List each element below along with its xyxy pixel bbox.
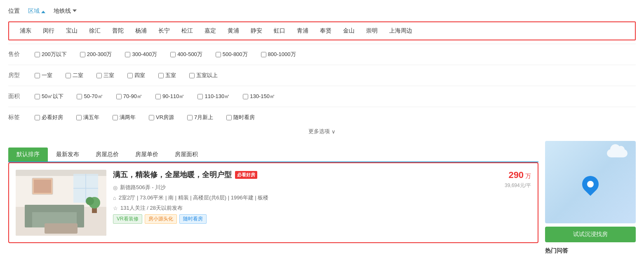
room-opt-1[interactable]: 二室	[59, 71, 90, 80]
tag-opt-3[interactable]: VR房源	[142, 113, 181, 122]
more-options-btn[interactable]: 更多选项 ∨	[8, 124, 636, 138]
district-changning[interactable]: 长宁	[153, 26, 176, 36]
district-baoshan[interactable]: 宝山	[60, 26, 83, 36]
area-opt-3[interactable]: 90-110㎡	[149, 92, 191, 101]
district-jinshan[interactable]: 金山	[337, 26, 360, 36]
tag-vr: VR看装修	[113, 214, 142, 224]
listing-location-row: ◎ 新德路506弄 - 川沙	[113, 184, 475, 191]
area-opt-2[interactable]: 70-90㎡	[110, 92, 149, 101]
district-putuo[interactable]: 普陀	[106, 26, 129, 36]
district-hongkou[interactable]: 虹口	[268, 26, 291, 36]
price-opt-1[interactable]: 200-300万	[73, 50, 119, 59]
district-surrounding[interactable]: 上海周边	[383, 26, 418, 36]
svg-rect-8	[25, 205, 32, 227]
district-jingan[interactable]: 静安	[245, 26, 268, 36]
price-opt-0[interactable]: 200万以下	[28, 50, 73, 59]
area-opt-4[interactable]: 110-130㎡	[191, 92, 236, 101]
star-icon: ☆	[113, 205, 118, 211]
area-options: 50㎡以下 50-70㎡ 70-90㎡ 90-110㎡ 110-130㎡ 130…	[28, 92, 636, 101]
main-layout: 默认排序 最新发布 房屋总价 房屋单价 房屋面积	[8, 141, 636, 255]
district-huangpu[interactable]: 黄浦	[222, 26, 245, 36]
nav-item-position[interactable]: 位置	[8, 7, 20, 15]
price-options: 200万以下 200-300万 300-400万 400-500万 500-80…	[28, 50, 636, 59]
sort-tab-area[interactable]: 房屋面积	[167, 148, 206, 162]
district-chongming[interactable]: 崇明	[360, 26, 383, 36]
room-opt-2[interactable]: 三室	[90, 71, 121, 80]
chevron-down-icon: ∨	[331, 129, 336, 135]
tag-opt-1[interactable]: 满五年	[70, 113, 106, 122]
location-icon: ◎	[113, 185, 118, 191]
listing-details-row: ⌂ 2室2厅 | 73.06平米 | 南 | 精装 | 高楼层(共6层) | 1…	[113, 194, 475, 201]
price-unit: 万	[525, 173, 531, 179]
listing-info: 满五，精装修，全屋地暖，全明户型 必看好房 ◎ 新德路506弄 - 川沙 ⌂ 2…	[113, 170, 475, 236]
price-main: 290	[508, 170, 524, 180]
must-see-badge: 必看好房	[235, 171, 257, 179]
filter-row-rooms: 房型 一室 二室 三室 四室 五室 五室以上	[8, 68, 636, 82]
svg-rect-7	[28, 205, 82, 212]
sort-tab-default[interactable]: 默认排序	[8, 148, 48, 162]
house-icon: ⌂	[113, 195, 116, 201]
tag-opt-2[interactable]: 满两年	[106, 113, 142, 122]
filter-label-rooms: 房型	[8, 72, 28, 79]
district-minhang[interactable]: 闵行	[37, 26, 60, 36]
listing-container: 满五，精装修，全屋地暖，全明户型 必看好房 ◎ 新德路506弄 - 川沙 ⌂ 2…	[8, 162, 538, 243]
district-yangpu[interactable]: 杨浦	[129, 26, 153, 36]
sort-tab-unit-price[interactable]: 房屋单价	[127, 148, 167, 162]
filter-section: 售价 200万以下 200-300万 300-400万 400-500万 500…	[8, 44, 636, 138]
listing-tag-row: VR看装修 房小源头化 随时看房	[113, 214, 475, 224]
price-opt-3[interactable]: 400-500万	[164, 50, 209, 59]
listing-details: 2室2厅 | 73.06平米 | 南 | 精装 | 高楼层(共6层) | 199…	[119, 194, 268, 201]
right-panel: 试试沉浸找房 热门问答	[545, 141, 636, 255]
listing-card[interactable]: 满五，精装修，全屋地暖，全明户型 必看好房 ◎ 新德路506弄 - 川沙 ⌂ 2…	[8, 162, 538, 243]
filter-label-tags: 标签	[8, 114, 28, 121]
listing-attention-row: ☆ 131人关注 / 28天以前发布	[113, 204, 475, 212]
tag-opt-5[interactable]: 随时看房	[220, 113, 261, 122]
district-jiading[interactable]: 嘉定	[199, 26, 222, 36]
room-opt-5[interactable]: 五室以上	[183, 71, 224, 80]
more-options-label: 更多选项	[308, 128, 330, 135]
filter-label-price: 售价	[8, 51, 28, 58]
room-opt-3[interactable]: 四室	[121, 71, 152, 80]
nav-item-district[interactable]: 区域	[28, 7, 45, 15]
area-opt-5[interactable]: 130-150㎡	[236, 92, 282, 101]
map-pin-icon	[580, 176, 601, 197]
map-preview	[545, 141, 636, 223]
area-opt-1[interactable]: 50-70㎡	[70, 92, 109, 101]
district-xuhui[interactable]: 徐汇	[83, 26, 106, 36]
sort-tab-total-price[interactable]: 房屋总价	[87, 148, 127, 162]
listing-image	[16, 170, 106, 236]
listing-attention: 131人关注 / 28天以前发布	[120, 204, 183, 212]
sort-tab-latest[interactable]: 最新发布	[48, 148, 87, 162]
top-nav: 位置 区域 地铁线	[8, 4, 636, 18]
price-opt-4[interactable]: 500-800万	[209, 50, 254, 59]
svg-rect-12	[34, 180, 51, 193]
listing-title: 满五，精装修，全屋地暖，全明户型 必看好房	[113, 170, 475, 180]
main-content: 默认排序 最新发布 房屋总价 房屋单价 房屋面积	[8, 141, 538, 255]
price-opt-5[interactable]: 800-1000万	[254, 50, 303, 59]
room-opt-0[interactable]: 一室	[28, 71, 59, 80]
svg-rect-9	[77, 205, 84, 227]
price-display: 290 万	[482, 170, 531, 180]
rooms-options: 一室 二室 三室 四室 五室 五室以上	[28, 71, 636, 80]
tag-opt-0[interactable]: 必看好房	[28, 113, 70, 122]
district-qingpu[interactable]: 青浦	[291, 26, 314, 36]
sort-tabs: 默认排序 最新发布 房屋总价 房屋单价 房屋面积	[8, 148, 538, 162]
hot-qa-label: 热门问答	[545, 247, 636, 255]
tags-options: 必看好房 满五年 满两年 VR房源 7月新上 随时看房	[28, 113, 636, 122]
vr-button[interactable]: 试试沉浸找房	[545, 227, 636, 242]
room-opt-4[interactable]: 五室	[152, 71, 183, 80]
nav-item-subway[interactable]: 地铁线	[54, 7, 77, 15]
district-fengxian[interactable]: 奉贤	[314, 26, 337, 36]
price-opt-2[interactable]: 300-400万	[118, 50, 164, 59]
district-pudong[interactable]: 浦东	[14, 26, 37, 36]
tag-opt-4[interactable]: 7月新上	[181, 113, 220, 122]
listing-location: 新德路506弄 - 川沙	[120, 184, 166, 191]
listing-meta: ◎ 新德路506弄 - 川沙 ⌂ 2室2厅 | 73.06平米 | 南 | 精装…	[113, 184, 475, 212]
tag-visit: 随时看房	[179, 214, 207, 224]
filter-row-price: 售价 200万以下 200-300万 300-400万 400-500万 500…	[8, 47, 636, 61]
arrow-up-icon	[41, 9, 45, 13]
listing-price: 290 万 39,694元/平	[482, 170, 531, 236]
district-selector: 浦东 闵行 宝山 徐汇 普陀 杨浦 长宁 松江 嘉定 黄浦 静安 虹口 青浦 奉…	[8, 21, 636, 40]
area-opt-0[interactable]: 50㎡以下	[28, 92, 70, 101]
district-songjiang[interactable]: 松江	[176, 26, 199, 36]
